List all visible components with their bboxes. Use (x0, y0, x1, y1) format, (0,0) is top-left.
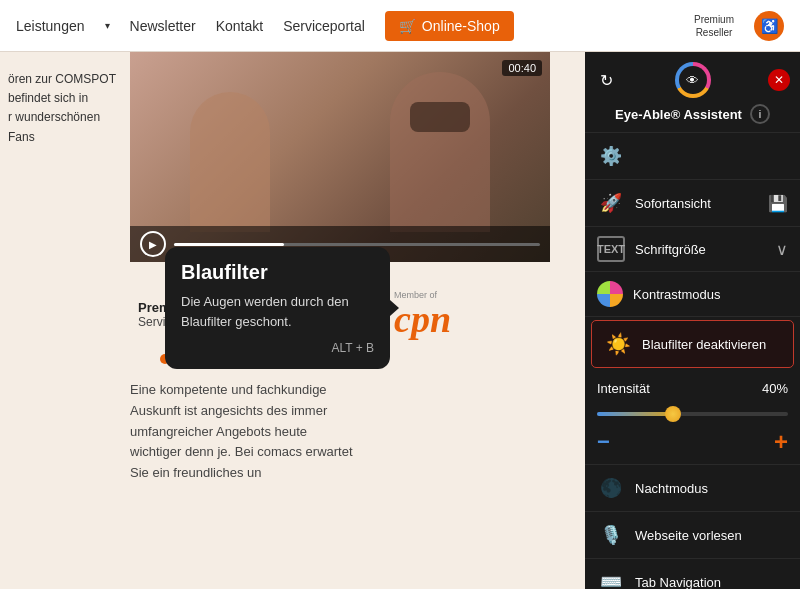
info-button[interactable]: i (750, 104, 770, 124)
keyboard-icon: ⌨️ (597, 568, 625, 589)
cpn-logo: cpn (394, 300, 451, 338)
nav-kontakt[interactable]: Kontakt (216, 18, 263, 34)
slider-fill (597, 412, 673, 416)
nav-leistungen[interactable]: Leistungen (16, 18, 85, 34)
tooltip-description: Die Augen werden durch den Blaufilter ge… (181, 292, 374, 331)
play-button[interactable]: ▶ (140, 231, 166, 257)
intensity-header: Intensität 40% (597, 381, 788, 396)
kontrastmodus-label: Kontrastmodus (633, 287, 788, 302)
microphone-icon: 🎙️ (597, 521, 625, 549)
blaufilter-tooltip: Blaufilter Die Augen werden durch den Bl… (165, 247, 390, 369)
blaufilter-label: Blaufilter deaktivieren (642, 337, 781, 352)
sidebar-text: ören zur COMSPOTbefindet sich inr wunder… (0, 62, 125, 147)
video-timer: 00:40 (502, 60, 542, 76)
panel-logo: 👁 (675, 62, 711, 98)
eye-pupil-icon: 👁 (686, 73, 699, 88)
nachtmodus-row[interactable]: 🌑 Nachtmodus (585, 465, 800, 512)
slider-container[interactable] (597, 404, 788, 424)
sun-icon: ☀️ (604, 330, 632, 358)
intensity-controls: − + (597, 430, 788, 454)
tooltip-shortcut: ALT + B (181, 341, 374, 355)
cart-icon: 🛒 (399, 18, 416, 34)
nav-serviceportal[interactable]: Serviceportal (283, 18, 365, 34)
eye-able-panel: ↻ 👁 ✕ Eye-Able® Assistent i ⚙️ (585, 52, 800, 589)
panel-title-row: Eye-Able® Assistent i (585, 102, 800, 133)
navbar: Leistungen ▾ Newsletter Kontakt Servicep… (0, 0, 800, 52)
text-size-icon: TEXT (597, 236, 625, 262)
tooltip-title: Blaufilter (181, 261, 374, 284)
video-container: 00:40 ▶ (130, 52, 550, 262)
vorlesen-label: Webseite vorlesen (635, 528, 788, 543)
cpn-badge: Member of cpn (394, 290, 451, 338)
refresh-button[interactable]: ↻ (595, 69, 617, 91)
schriftgroesse-label: Schriftgröße (635, 242, 766, 257)
sofortansicht-label: Sofortansicht (635, 196, 758, 211)
contrast-icon (597, 281, 623, 307)
save-icon: 💾 (768, 194, 788, 213)
tab-navigation-row[interactable]: ⌨️ Tab Navigation (585, 559, 800, 589)
increase-intensity-button[interactable]: + (774, 430, 788, 454)
vorlesen-row[interactable]: 🎙️ Webseite vorlesen (585, 512, 800, 559)
settings-row[interactable]: ⚙️ (585, 133, 800, 180)
progress-fill (174, 243, 284, 246)
rocket-icon: 🚀 (597, 189, 625, 217)
panel-title: Eye-Able® Assistent (615, 107, 742, 122)
bottom-paragraph: Eine kompetente und fachkundige Auskunft… (0, 364, 585, 484)
intensity-section: Intensität 40% − + (585, 371, 800, 465)
kontrastmodus-row[interactable]: Kontrastmodus (585, 272, 800, 317)
blaufilter-row[interactable]: ☀️ Blaufilter deaktivieren (591, 320, 794, 368)
schriftgroesse-row[interactable]: TEXT Schriftgröße ∨ (585, 227, 800, 272)
sofortansicht-row[interactable]: 🚀 Sofortansicht 💾 (585, 180, 800, 227)
gear-icon: ⚙️ (597, 142, 625, 170)
main-area: ören zur COMSPOTbefindet sich inr wunder… (0, 52, 800, 589)
tab-navigation-label: Tab Navigation (635, 575, 788, 590)
intensity-value: 40% (762, 381, 788, 396)
accessibility-icon: ♿ (761, 18, 778, 34)
intensity-label: Intensität (597, 381, 650, 396)
eye-able-logo-icon: 👁 (675, 62, 711, 98)
chevron-down-icon: ∨ (776, 240, 788, 259)
panel-top-bar: ↻ 👁 ✕ (585, 52, 800, 102)
accessibility-button[interactable]: ♿ (754, 11, 784, 41)
refresh-icon: ↻ (600, 71, 613, 90)
apple-reseller-badge: Premium Reseller (694, 13, 734, 39)
decrease-intensity-button[interactable]: − (597, 431, 610, 453)
nachtmodus-label: Nachtmodus (635, 481, 788, 496)
online-shop-button[interactable]: 🛒 Online-Shop (385, 11, 514, 41)
close-button[interactable]: ✕ (768, 69, 790, 91)
nav-leistungen-chevron: ▾ (105, 20, 110, 31)
slider-track (597, 412, 788, 416)
slider-thumb[interactable] (665, 406, 681, 422)
moon-icon: 🌑 (597, 474, 625, 502)
nav-newsletter[interactable]: Newsletter (130, 18, 196, 34)
info-icon: i (759, 108, 761, 120)
progress-bar[interactable] (174, 243, 540, 246)
close-icon: ✕ (774, 73, 784, 87)
content-area: ören zur COMSPOTbefindet sich inr wunder… (0, 52, 585, 589)
tooltip-arrow (390, 300, 399, 316)
